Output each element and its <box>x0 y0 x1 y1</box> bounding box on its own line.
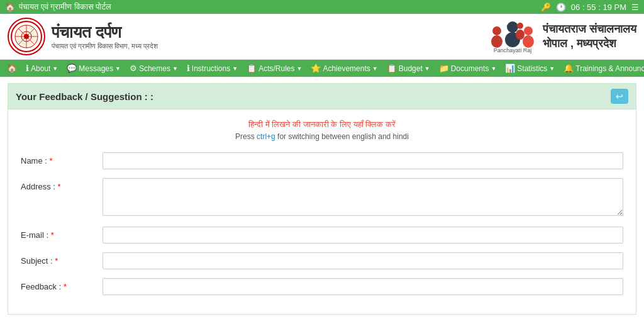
achievements-icon: ⭐ <box>311 64 321 73</box>
nav-about-label: About <box>31 64 50 73</box>
header-left: पंचायत दर्पण पंचायत एवं ग्रामीण विकास वि… <box>8 18 158 55</box>
address-row: Address : * <box>21 178 623 218</box>
sub-site-title: पंचायत एवं ग्रामीण विकास विभाग, मध्य प्र… <box>52 42 158 50</box>
subject-label: Subject : * <box>21 252 103 266</box>
schemes-icon: ⚙ <box>130 64 137 73</box>
documents-dropdown-arrow: ▼ <box>491 65 496 72</box>
trainings-icon: 🔔 <box>564 64 574 73</box>
svg-point-8 <box>492 26 501 35</box>
nav-instructions-label: Instructions <box>192 64 230 73</box>
achievements-dropdown-arrow: ▼ <box>372 65 378 72</box>
email-input-wrapper <box>103 227 623 244</box>
org-line2: भोपाल , मध्यप्रदेश <box>543 36 636 51</box>
nav-messages[interactable]: 💬 Messages ▼ <box>62 60 125 77</box>
subject-row: Subject : * <box>21 252 623 269</box>
email-required: * <box>51 230 54 240</box>
name-required: * <box>50 156 53 166</box>
email-row: E-mail : * <box>21 227 623 244</box>
ctrl-hint: Press ctrl+g for switching between engli… <box>21 132 623 141</box>
name-input-wrapper <box>103 152 623 169</box>
main-content: Your Feedback / Suggestion : : ↩ हिन्दी … <box>0 77 644 321</box>
svg-point-14 <box>517 23 523 29</box>
address-label: Address : * <box>21 178 103 191</box>
nav-schemes[interactable]: ⚙ Schemes ▼ <box>125 60 182 77</box>
nav-budget-label: Budget <box>399 64 423 73</box>
site-header: पंचायत दर्पण पंचायत एवं ग्रामीण विकास वि… <box>0 14 644 60</box>
panchayati-raj-logo: Panchayati Raj पंचायतराज संचालनालय भोपाल… <box>487 20 636 54</box>
svg-point-12 <box>524 26 533 35</box>
nav-achievements[interactable]: ⭐ Achievements ▼ <box>306 60 382 77</box>
nav-trainings[interactable]: 🔔 Trainings & Announcements ▼ <box>559 60 644 77</box>
messages-icon: 💬 <box>67 64 77 73</box>
email-input[interactable] <box>103 227 623 244</box>
instructions-icon: ℹ <box>187 64 190 73</box>
name-row: Name : * <box>21 152 623 169</box>
site-logo <box>8 18 45 55</box>
nav-about[interactable]: ℹ About ▼ <box>21 60 62 77</box>
header-title: पंचायत दर्पण पंचायत एवं ग्रामीण विकास वि… <box>52 23 158 50</box>
nav-trainings-label: Trainings & Announcements <box>575 64 644 73</box>
svg-point-10 <box>507 21 518 33</box>
nav-documents[interactable]: 📁 Documents ▼ <box>435 60 501 77</box>
org-line1: पंचायतराज संचालनालय <box>543 22 636 36</box>
nav-home[interactable]: 🏠 <box>3 60 21 77</box>
about-dropdown-arrow: ▼ <box>52 65 58 72</box>
nav-messages-label: Messages <box>79 64 113 73</box>
menu-icon[interactable]: ☰ <box>631 3 639 12</box>
feedback-row: Feedback : * <box>21 278 623 295</box>
nav-documents-label: Documents <box>451 64 489 73</box>
nav-achievements-label: Achievements <box>323 64 370 73</box>
feedback-label: Feedback : * <box>21 278 103 291</box>
clock-icon: 🕐 <box>556 3 566 12</box>
documents-icon: 📁 <box>439 64 449 73</box>
header-right: Panchayati Raj पंचायतराज संचालनालय भोपाल… <box>487 20 636 54</box>
statistics-icon: 📊 <box>505 64 515 73</box>
back-icon: ↩ <box>616 91 623 101</box>
subject-required: * <box>55 256 58 266</box>
nav-acts-label: Acts/Rules <box>258 64 294 73</box>
hindi-link[interactable]: हिन्दी में लिखने की जानकारी के लिए यहाँ … <box>248 120 396 129</box>
feedback-title: Your Feedback / Suggestion : : <box>16 91 153 102</box>
svg-text:Panchayati Raj: Panchayati Raj <box>494 47 532 53</box>
feedback-input-wrapper <box>103 278 623 295</box>
budget-dropdown-arrow: ▼ <box>425 65 430 72</box>
feedback-header: Your Feedback / Suggestion : : ↩ <box>8 83 636 109</box>
portal-title: पंचायत एवं ग्रामीण विकास पोर्टल <box>19 2 111 12</box>
org-name: पंचायतराज संचालनालय भोपाल , मध्यप्रदेश <box>543 22 636 52</box>
instructions-dropdown-arrow: ▼ <box>232 65 238 72</box>
subject-input[interactable] <box>103 252 623 269</box>
hindi-hint: हिन्दी में लिखने की जानकारी के लिए यहाँ … <box>21 120 623 130</box>
feedback-form-area: हिन्दी में लिखने की जानकारी के लिए यहाँ … <box>8 109 636 315</box>
about-icon: ℹ <box>26 64 29 73</box>
top-bar: 🏠 पंचायत एवं ग्रामीण विकास पोर्टल 🔑 🕐 06… <box>0 0 644 14</box>
top-bar-right: 🔑 🕐 06 : 55 : 19 PM ☰ <box>541 3 639 12</box>
name-label: Name : * <box>21 152 103 166</box>
messages-dropdown-arrow: ▼ <box>115 65 121 72</box>
name-input[interactable] <box>103 152 623 169</box>
email-label: E-mail : * <box>21 227 103 240</box>
main-site-title: पंचायत दर्पण <box>52 23 158 42</box>
login-icon[interactable]: 🔑 <box>541 3 551 12</box>
back-button[interactable]: ↩ <box>611 89 628 104</box>
address-required: * <box>58 182 61 191</box>
ctrl-g-highlight: ctrl+g <box>257 132 275 141</box>
nav-schemes-label: Schemes <box>139 64 170 73</box>
address-input-wrapper <box>103 178 623 218</box>
svg-point-15 <box>516 30 525 40</box>
home-nav-icon: 🏠 <box>7 64 17 73</box>
svg-point-13 <box>523 35 534 48</box>
address-input[interactable] <box>103 178 623 216</box>
budget-icon: 📋 <box>387 64 397 73</box>
svg-point-9 <box>491 35 502 48</box>
nav-statistics-label: Statistics <box>517 64 547 73</box>
home-icon: 🏠 <box>5 3 15 12</box>
nav-acts-rules[interactable]: 📋 Acts/Rules ▼ <box>242 60 306 77</box>
nav-statistics[interactable]: 📊 Statistics ▼ <box>501 60 559 77</box>
top-bar-left: 🏠 पंचायत एवं ग्रामीण विकास पोर्टल <box>5 2 111 12</box>
nav-instructions[interactable]: ℹ Instructions ▼ <box>182 60 242 77</box>
feedback-required: * <box>64 282 67 291</box>
schemes-dropdown-arrow: ▼ <box>172 65 178 72</box>
feedback-text-input[interactable] <box>103 278 623 295</box>
main-navbar: 🏠 ℹ About ▼ 💬 Messages ▼ ⚙ Schemes ▼ ℹ I… <box>0 60 644 77</box>
nav-budget[interactable]: 📋 Budget ▼ <box>382 60 435 77</box>
